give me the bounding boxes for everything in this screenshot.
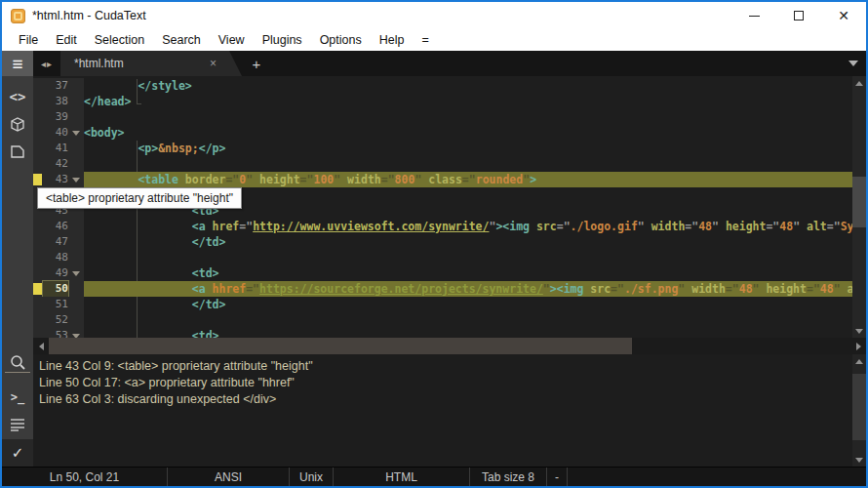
status-cell-caret-position[interactable]: Ln 50, Col 21 (2, 468, 168, 486)
console-message[interactable]: Line 43 Col 9: <table> proprietary attri… (33, 358, 852, 375)
titlebar: *html.htm - CudaText ✕ (2, 2, 866, 29)
menu-item-edit[interactable]: Edit (47, 31, 86, 49)
line-number: 38 (43, 94, 68, 109)
maximize-button[interactable] (776, 2, 821, 29)
triangle-right-icon (856, 343, 861, 350)
menu-item-options[interactable]: Options (311, 31, 371, 49)
console-icon[interactable]: >_ (2, 385, 33, 410)
gutter: 40 (33, 125, 84, 141)
fold-arrow-icon[interactable] (72, 131, 80, 136)
code-text[interactable]: <a hhref="https://sourceforge.net/projec… (84, 281, 852, 297)
panel-vertical-scrollbar[interactable] (852, 354, 866, 467)
bookmark-column (33, 172, 43, 187)
code-editor[interactable]: 37 </style>38</head>3940<body>41 <p>&nbs… (33, 76, 866, 338)
scroll-right-button[interactable] (850, 338, 866, 354)
bookmark-column (33, 234, 43, 250)
fold-arrow-icon[interactable] (72, 178, 80, 183)
tab-list-dropdown[interactable] (841, 51, 866, 76)
code-text[interactable]: <td> (84, 265, 852, 281)
scroll-left-button[interactable] (33, 338, 49, 354)
status-cell-encoding[interactable]: ANSI (168, 468, 290, 486)
status-cell-status-spacer[interactable] (568, 468, 866, 486)
status-cell-wrap-mode[interactable]: - (547, 468, 568, 486)
gutter: 39 (33, 109, 84, 125)
code-line-41[interactable]: 41 <p>&nbsp;</p> (33, 141, 852, 156)
menu-item-view[interactable]: View (210, 31, 254, 49)
code-text[interactable]: </head> (84, 94, 852, 109)
vertical-scroll-thumb[interactable] (852, 177, 866, 227)
code-line-52[interactable]: 52 (33, 312, 852, 328)
code-line-40[interactable]: 40<body> (33, 125, 852, 141)
status-cell-line-endings[interactable]: Unix (290, 468, 334, 486)
menu-item-plugins[interactable]: Plugins (254, 31, 311, 49)
gutter: 52 (33, 312, 84, 328)
menu-item-[interactable]: = (413, 31, 437, 49)
gutter: 42 (33, 156, 84, 172)
code-line-49[interactable]: 49 <td> (33, 265, 852, 281)
code-text[interactable]: </td> (84, 297, 852, 312)
hamburger-menu-icon[interactable]: ≡ (2, 51, 33, 76)
code-text[interactable]: <body> (84, 125, 852, 141)
code-line-50[interactable]: 50 <a hhref="https://sourceforge.net/pro… (33, 281, 852, 297)
panel-scroll-up-button[interactable] (852, 354, 866, 368)
fold-column[interactable] (68, 271, 84, 276)
line-number: 43 (43, 172, 68, 187)
code-text[interactable] (84, 156, 852, 172)
code-line-43[interactable]: 43 <table border="0" height="100" width=… (33, 172, 852, 187)
code-text[interactable]: <table border="0" height="100" width="80… (84, 172, 852, 187)
tab-scroll-arrows-icon[interactable]: ◂▸ (33, 51, 60, 76)
tab-html-htm[interactable]: *html.htm × (60, 51, 242, 76)
code-text[interactable]: <td> (84, 328, 852, 338)
triangle-left-icon (39, 343, 44, 350)
code-text[interactable] (84, 250, 852, 265)
code-text[interactable]: <a href="http://www.uvviewsoft.com/synwr… (84, 219, 852, 234)
editor-horizontal-scrollbar[interactable] (33, 338, 866, 354)
code-text[interactable]: <p>&nbsp;</p> (84, 141, 852, 156)
menu-item-selection[interactable]: Selection (86, 31, 153, 49)
console-message[interactable]: Line 63 Col 3: discarding unexpected </d… (33, 391, 852, 408)
fold-column[interactable] (68, 178, 84, 183)
code-line-48[interactable]: 48 (33, 250, 852, 265)
editor-vertical-scrollbar[interactable] (852, 76, 866, 338)
code-text[interactable] (84, 312, 852, 328)
line-number: 41 (43, 141, 68, 156)
code-line-39[interactable]: 39 (33, 109, 852, 125)
code-line-46[interactable]: 46 <a href="http://www.uvviewsoft.com/sy… (33, 219, 852, 234)
panel-scroll-thumb[interactable] (852, 374, 866, 440)
new-tab-button[interactable]: + (242, 51, 271, 76)
file-icon[interactable] (2, 139, 33, 164)
fold-column[interactable] (68, 131, 84, 136)
scroll-up-button[interactable] (852, 76, 866, 90)
check-icon[interactable]: ✓ (2, 439, 33, 467)
triangle-down-icon (855, 329, 863, 334)
scroll-down-button[interactable] (852, 324, 866, 338)
line-number: 49 (43, 265, 68, 281)
status-cell-lexer[interactable]: HTML (334, 468, 470, 486)
menu-item-file[interactable]: File (10, 31, 47, 49)
menu-item-search[interactable]: Search (153, 31, 210, 49)
code-text[interactable]: </style> (84, 78, 852, 94)
bookmark-column (33, 281, 43, 297)
tab-close-icon[interactable]: × (210, 57, 217, 70)
minimize-button[interactable] (731, 2, 776, 29)
package-icon[interactable] (2, 111, 33, 137)
search-glyph (9, 353, 27, 372)
panel-scroll-down-button[interactable] (852, 453, 866, 467)
code-line-53[interactable]: 53 <td> (33, 328, 852, 338)
horizontal-scroll-thumb[interactable] (49, 338, 632, 354)
fold-arrow-icon[interactable] (72, 271, 80, 276)
tab-label: *html.htm (74, 57, 210, 70)
code-line-37[interactable]: 37 </style> (33, 78, 852, 94)
close-button[interactable]: ✕ (821, 2, 866, 29)
code-tree-icon[interactable]: <> (2, 84, 33, 109)
menu-item-help[interactable]: Help (371, 31, 414, 49)
console-message[interactable]: Line 50 Col 17: <a> proprietary attribut… (33, 375, 852, 391)
code-text[interactable]: </td> (84, 234, 852, 250)
code-line-47[interactable]: 47 </td> (33, 234, 852, 250)
code-line-51[interactable]: 51 </td> (33, 297, 852, 312)
code-line-38[interactable]: 38</head> (33, 94, 852, 109)
list-icon[interactable] (2, 412, 33, 437)
code-text[interactable] (84, 109, 852, 125)
status-cell-tab-size[interactable]: Tab size 8 (470, 468, 547, 486)
code-line-42[interactable]: 42 (33, 156, 852, 172)
